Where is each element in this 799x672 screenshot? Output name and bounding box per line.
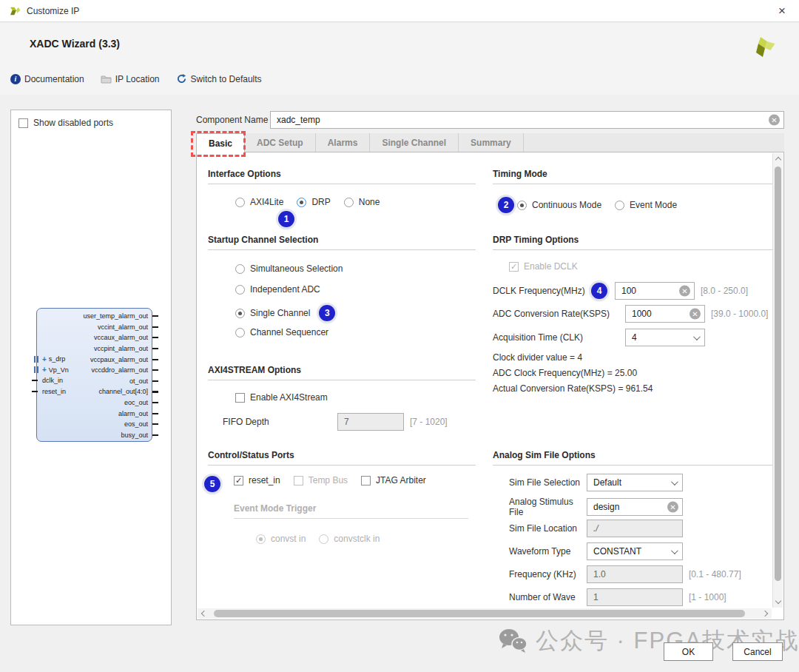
- tab-adc-setup[interactable]: ADC Setup: [245, 133, 316, 152]
- enable-axi4stream-checkbox[interactable]: [235, 393, 245, 403]
- drp-radio[interactable]: [297, 198, 306, 207]
- analog-stimulus-row: Analog Stimulus File design ✕: [509, 497, 683, 517]
- chevron-down-icon: [693, 333, 701, 340]
- fifo-depth-row: FIFO Depth 7 [7 - 1020]: [223, 413, 448, 431]
- port-label: dclk_in: [42, 377, 63, 384]
- expand-plus-icon[interactable]: +: [42, 366, 47, 374]
- bus-connector-icon: [34, 366, 38, 373]
- annotation-badge-1: 1: [278, 211, 294, 227]
- horizontal-scrollbar-thumb[interactable]: [214, 610, 745, 617]
- close-icon[interactable]: ×: [774, 4, 790, 17]
- wechat-icon: [497, 628, 528, 654]
- port-row: + Vp_Vn: [42, 365, 69, 376]
- independent-adc-label: Independent ADC: [250, 284, 320, 295]
- clear-icon[interactable]: ✕: [679, 286, 690, 297]
- info-icon: i: [10, 74, 21, 84]
- port-stub: [152, 434, 158, 436]
- clear-icon[interactable]: ✕: [690, 309, 701, 320]
- dclk-frequency-label: DCLK Frequency(MHz): [493, 286, 591, 296]
- diagram-output-ports: user_temp_alarm_out vccint_alarm_out vcc…: [83, 311, 148, 440]
- toolbar: i Documentation IP Location Switch to De…: [10, 73, 262, 84]
- dclk-frequency-field[interactable]: 100 ✕: [615, 282, 695, 300]
- show-disabled-ports-label: Show disabled ports: [33, 118, 113, 128]
- sim-file-selection-select[interactable]: Default: [587, 474, 683, 491]
- event-mode-radio[interactable]: [615, 201, 624, 210]
- jtag-arbiter-label: JTAG Arbiter: [376, 475, 426, 485]
- scroll-left-icon[interactable]: [201, 611, 207, 616]
- adc-conversion-value: 1000: [632, 309, 652, 319]
- continuous-mode-radio[interactable]: [517, 201, 527, 210]
- show-disabled-ports-row: Show disabled ports: [11, 110, 171, 128]
- sim-file-location-row: Sim File Location ./: [509, 520, 683, 537]
- expand-plus-icon[interactable]: +: [42, 355, 47, 363]
- tab-basic[interactable]: Basic: [196, 133, 245, 152]
- port-row: channel_out[4:0]: [83, 386, 148, 397]
- bus-port-stub: [152, 391, 158, 393]
- switch-to-defaults-button[interactable]: Switch to Defaults: [176, 73, 262, 84]
- enable-dclk-label: Enable DCLK: [524, 261, 578, 272]
- port-label: vccaux_alarm_out: [94, 334, 148, 341]
- port-label: eoc_out: [124, 399, 148, 406]
- port-label: vccpaux_alarm_out: [90, 356, 148, 363]
- port-stub: [152, 359, 158, 360]
- axi4lite-radio[interactable]: [235, 198, 245, 207]
- axi4lite-label: AXI4Lite: [250, 197, 283, 207]
- fifo-depth-value: 7: [344, 417, 349, 427]
- vertical-scrollbar-thumb[interactable]: [775, 167, 781, 581]
- tab-alarms[interactable]: Alarms: [316, 133, 371, 152]
- tab-single-channel[interactable]: Single Channel: [370, 133, 459, 152]
- component-name-field[interactable]: xadc_temp ✕: [270, 111, 784, 129]
- acquisition-time-select[interactable]: 4: [625, 329, 705, 346]
- clear-icon[interactable]: ✕: [667, 502, 678, 513]
- port-stub: [152, 326, 158, 328]
- acquisition-time-row: Acquisition Time (CLK) 4: [493, 329, 705, 346]
- channel-sequencer-radio[interactable]: [235, 328, 245, 337]
- scroll-down-icon[interactable]: [775, 598, 781, 604]
- port-label: user_temp_alarm_out: [83, 312, 148, 320]
- vertical-scrollbar[interactable]: [772, 153, 783, 608]
- diagram-input-ports: + s_drp + Vp_Vn dclk_in reset_in: [42, 354, 69, 397]
- analog-stimulus-value: design: [593, 502, 619, 512]
- analog-stimulus-field[interactable]: design ✕: [587, 498, 683, 516]
- adc-conversion-field[interactable]: 1000 ✕: [625, 305, 705, 323]
- port-row: busy_out: [83, 430, 148, 441]
- port-row: dclk_in: [42, 375, 69, 386]
- scroll-right-icon[interactable]: [762, 611, 768, 616]
- title-bar: Customize IP ×: [0, 0, 799, 22]
- clear-icon[interactable]: ✕: [769, 115, 780, 126]
- none-radio[interactable]: [344, 198, 354, 207]
- port-stub: [152, 402, 158, 403]
- adc-conversion-label: ADC Conversion Rate(KSPS): [493, 309, 625, 319]
- waveform-type-value: CONSTANT: [593, 546, 641, 557]
- ip-location-button[interactable]: IP Location: [101, 74, 160, 84]
- show-disabled-ports-checkbox[interactable]: [18, 118, 28, 128]
- tab-label: Single Channel: [382, 138, 446, 148]
- acquisition-time-label: Acquisition Time (CLK): [493, 332, 625, 343]
- port-stub: [32, 391, 38, 392]
- drp-timing-heading: DRP Timing Options: [493, 235, 772, 250]
- port-label: vccint_alarm_out: [98, 323, 148, 331]
- port-row: vccaux_alarm_out: [83, 332, 148, 343]
- single-channel-row: Single Channel 3: [235, 305, 335, 321]
- port-label: vccpint_alarm_out: [94, 345, 148, 352]
- ok-button[interactable]: OK: [664, 642, 713, 661]
- component-name-label: Component Name: [196, 115, 270, 125]
- independent-adc-radio[interactable]: [235, 285, 245, 295]
- port-label: channel_out[4:0]: [98, 388, 148, 395]
- waveform-type-select[interactable]: CONSTANT: [587, 542, 683, 560]
- timing-mode-radios: 2 Continuous Mode Event Mode: [499, 197, 690, 213]
- frequency-range: [0.1 - 480.77]: [689, 569, 741, 579]
- annotation-badge-2: 2: [498, 197, 514, 213]
- cancel-button[interactable]: Cancel: [732, 642, 783, 661]
- tab-summary[interactable]: Summary: [459, 133, 524, 152]
- documentation-button[interactable]: i Documentation: [10, 74, 84, 84]
- number-of-wave-row: Number of Wave 1 [1 - 1000]: [509, 588, 726, 606]
- reset-in-checkbox[interactable]: ✓: [234, 476, 243, 485]
- horizontal-scrollbar[interactable]: [198, 608, 772, 619]
- dclk-frequency-row: DCLK Frequency(MHz) 4 100 ✕ [8.0 - 250.0…: [493, 282, 748, 300]
- single-channel-radio[interactable]: [235, 309, 245, 318]
- simultaneous-radio[interactable]: [235, 264, 245, 274]
- port-label: vccddro_alarm_out: [91, 366, 148, 374]
- jtag-arbiter-checkbox[interactable]: [361, 476, 371, 485]
- scroll-up-icon[interactable]: [775, 157, 781, 163]
